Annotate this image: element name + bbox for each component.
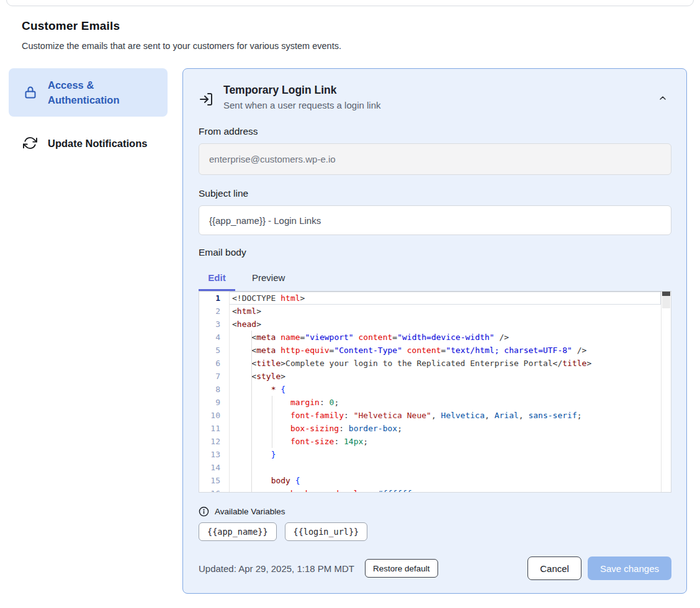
temporary-login-link-panel: Temporary Login Link Sent when a user re… (182, 68, 687, 594)
code-line[interactable]: 13 } (199, 448, 671, 461)
page-header: Customer Emails Customize the emails tha… (22, 19, 341, 51)
line-number: 6 (199, 357, 220, 370)
from-address-label: From address (199, 126, 671, 137)
info-icon (199, 506, 209, 517)
login-icon (199, 92, 213, 107)
editor-scrollbar[interactable] (661, 292, 671, 492)
line-number: 1 (199, 292, 220, 305)
line-number: 4 (199, 331, 220, 344)
code-line[interactable]: 11 box-sizing: border-box; (199, 422, 671, 435)
line-number: 11 (199, 422, 220, 435)
line-number: 15 (199, 474, 220, 487)
updated-timestamp: Updated: Apr 29, 2025, 1:18 PM MDT (199, 563, 354, 574)
email-body-tabs: Edit Preview (199, 266, 671, 291)
code-line[interactable]: 2<html> (199, 305, 671, 318)
subject-line-label: Subject line (199, 188, 671, 199)
code-editor[interactable]: 1<!DOCTYPE html>2<html>3<head>4 <meta na… (199, 291, 671, 493)
line-number: 8 (199, 383, 220, 396)
code-line[interactable]: 16 background-color: #ffffff; (199, 487, 671, 493)
panel-header: Temporary Login Link Sent when a user re… (199, 84, 671, 110)
line-number: 13 (199, 448, 220, 461)
page-subtitle: Customize the emails that are sent to yo… (22, 41, 341, 51)
code-line[interactable]: 15 body { (199, 474, 671, 487)
sidebar-item-access-authentication[interactable]: Access & Authentication (9, 68, 168, 117)
code-line[interactable]: 1<!DOCTYPE html> (199, 292, 671, 305)
sidebar-item-label: Update Notifications (48, 136, 147, 151)
save-changes-button[interactable]: Save changes (588, 557, 671, 580)
code-line[interactable]: 9 margin: 0; (199, 396, 671, 409)
line-number: 9 (199, 396, 220, 409)
previous-card-bottom-edge (6, 0, 694, 6)
sidebar: Access & Authentication Update Notificat… (9, 68, 168, 159)
page-title: Customer Emails (22, 19, 341, 33)
tab-preview[interactable]: Preview (251, 266, 286, 291)
code-line[interactable]: 5 <meta http-equiv="Content-Type" conten… (199, 344, 671, 357)
variable-chips: {{app_name}}{{login_url}} (199, 522, 671, 541)
from-address-input[interactable] (199, 143, 671, 175)
email-body-label: Email body (199, 247, 671, 258)
line-number: 3 (199, 318, 220, 331)
panel-footer: Updated: Apr 29, 2025, 1:18 PM MDT Resto… (199, 557, 671, 580)
panel-subtitle: Sent when a user requests a login link (223, 100, 380, 110)
line-number: 2 (199, 305, 220, 318)
code-line[interactable]: 14 (199, 461, 671, 474)
available-variables-row: Available Variables (199, 506, 671, 517)
refresh-icon (23, 136, 38, 151)
variable-chip[interactable]: {{app_name}} (199, 522, 277, 541)
code-line[interactable]: 12 font-size: 14px; (199, 435, 671, 448)
cancel-button[interactable]: Cancel (527, 557, 581, 580)
line-number: 5 (199, 344, 220, 357)
gutter-separator (229, 292, 230, 492)
indent-guide (272, 396, 272, 448)
variable-chip[interactable]: {{login_url}} (285, 522, 368, 541)
code-editor-lines: 1<!DOCTYPE html>2<html>3<head>4 <meta na… (199, 292, 671, 493)
code-line[interactable]: 3<head> (199, 318, 671, 331)
restore-default-button[interactable]: Restore default (365, 559, 438, 578)
panel-header-text: Temporary Login Link Sent when a user re… (223, 84, 380, 110)
line-number: 16 (199, 487, 220, 493)
subject-line-input[interactable] (199, 205, 671, 235)
line-number: 14 (199, 461, 220, 474)
code-line[interactable]: 6 <title>Complete your login to the Repl… (199, 357, 671, 370)
sidebar-item-update-notifications[interactable]: Update Notifications (9, 127, 168, 159)
available-variables-label: Available Variables (215, 507, 285, 516)
lock-icon (23, 85, 38, 100)
sidebar-item-label: Access & Authentication (48, 78, 155, 107)
chevron-up-icon (658, 93, 668, 105)
code-line[interactable]: 8 * { (199, 383, 671, 396)
line-number: 7 (199, 370, 220, 383)
scrollbar-cursor-marker (662, 292, 670, 296)
tab-edit[interactable]: Edit (199, 266, 235, 291)
panel-title: Temporary Login Link (223, 84, 380, 97)
line-number: 10 (199, 409, 220, 422)
code-line[interactable]: 10 font-family: "Helvetica Neue", Helvet… (199, 409, 671, 422)
code-line[interactable]: 4 <meta name="viewport" content="width=d… (199, 331, 671, 344)
collapse-section-button[interactable] (654, 90, 671, 107)
line-number: 12 (199, 435, 220, 448)
code-line[interactable]: 7 <style> (199, 370, 671, 383)
indent-guide (251, 331, 252, 493)
scrollbar-thumb[interactable] (662, 296, 670, 308)
